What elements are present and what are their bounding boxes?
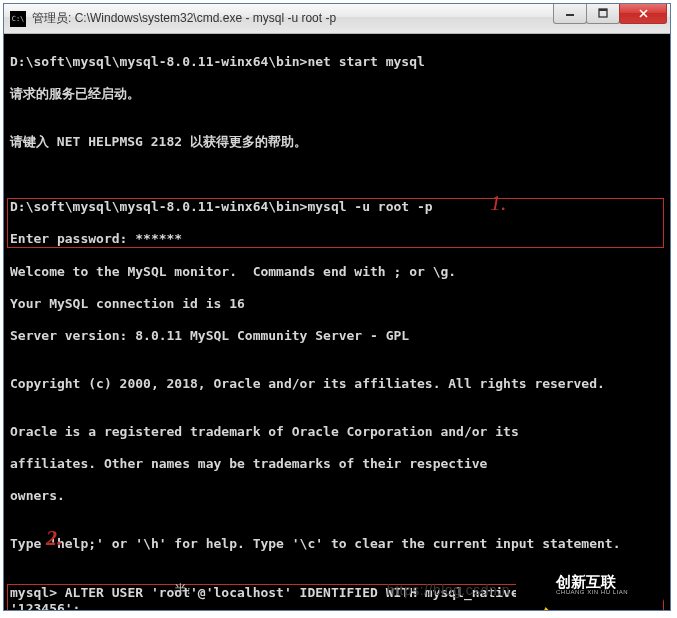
watermark-fragment: 半: <box>174 582 191 598</box>
terminal-line: D:\soft\mysql\mysql-8.0.11-winx64\bin>my… <box>10 199 661 215</box>
terminal-line: Copyright (c) 2000, 2018, Oracle and/or … <box>10 376 664 392</box>
window-buttons <box>554 4 667 24</box>
close-icon <box>638 8 649 19</box>
annotation-box-1: D:\soft\mysql\mysql-8.0.11-winx64\bin>my… <box>7 198 664 248</box>
maximize-button[interactable] <box>586 4 620 24</box>
logo-mark-icon <box>524 571 550 597</box>
watermark-url: https://blog.csdn.n <box>387 582 510 598</box>
svg-marker-6 <box>544 607 551 610</box>
maximize-icon <box>598 8 608 18</box>
minimize-icon <box>565 8 575 18</box>
terminal-line: Server version: 8.0.11 MySQL Community S… <box>10 328 664 344</box>
terminal-output[interactable]: D:\soft\mysql\mysql-8.0.11-winx64\bin>ne… <box>4 34 670 610</box>
terminal-line: Oracle is a registered trademark of Orac… <box>10 424 664 440</box>
terminal-line: D:\soft\mysql\mysql-8.0.11-winx64\bin>ne… <box>10 54 664 70</box>
terminal-line: Your MySQL connection id is 16 <box>10 296 664 312</box>
terminal-line: owners. <box>10 488 664 504</box>
titlebar[interactable]: 管理员: C:\Windows\system32\cmd.exe - mysql… <box>4 4 670 34</box>
close-button[interactable] <box>619 4 667 24</box>
window-title: 管理员: C:\Windows\system32\cmd.exe - mysql… <box>32 10 554 27</box>
logo-badge: 创新互联 CHUANG XIN HU LIAN <box>516 564 664 604</box>
cmd-window: 管理员: C:\Windows\system32\cmd.exe - mysql… <box>3 3 671 611</box>
terminal-line: 请键入 NET HELPMSG 2182 以获得更多的帮助。 <box>10 134 664 150</box>
terminal-line: affiliates. Other names may be trademark… <box>10 456 664 472</box>
terminal-line: Type 'help;' or '\h' for help. Type '\c'… <box>10 536 664 552</box>
terminal-line: Enter password: ****** <box>10 231 661 247</box>
annotation-1: 1. <box>490 195 507 211</box>
terminal-text: Type 'help;' or '\h' for help. Type '\c'… <box>10 536 620 551</box>
annotation-2: 2. <box>46 530 63 546</box>
terminal-line: 请求的服务已经启动。 <box>10 86 664 102</box>
cmd-icon <box>10 11 26 27</box>
minimize-button[interactable] <box>553 4 587 24</box>
terminal-line: Welcome to the MySQL monitor. Commands e… <box>10 264 664 280</box>
